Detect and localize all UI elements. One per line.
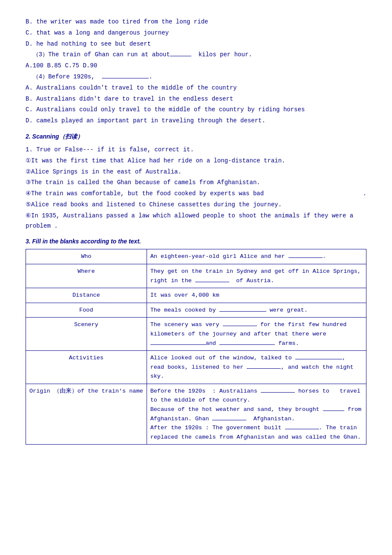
scanning-item-5: ⑤Alice read books and listened to Chines… [26,200,366,210]
label-activities: Activities [26,351,147,384]
q3-options: A.100 B.85 C.75 D.90 [26,61,366,71]
scanning-item-6: ⑥In 1935, Australians passed a law which… [26,211,366,231]
label-food: Food [26,303,147,318]
table-row-activities: Activities Alice looked out of the windo… [26,351,366,384]
scanning-title: 2. Scanning（扫读） [26,133,366,141]
content-who: An eighteen-year-old girl Alice and her … [147,249,366,264]
q4-option-a: A. Australians couldn't travel to the mi… [26,83,366,93]
scanning-section: 2. Scanning（扫读） 1. True or False--- if i… [26,133,366,231]
q3-stem: （3）The train of Ghan can run at about ki… [26,50,366,60]
content-origin: Before the 1920s : Australians horses to… [147,384,366,445]
scanning-item-3: ③The train is called the Ghan because of… [26,178,366,188]
content-activities: Alice looked out of the window, talked t… [147,351,366,384]
label-who: Who [26,249,147,264]
table-row-distance: Distance It was over 4,000 km [26,288,366,303]
label-scenery: Scenery [26,318,147,351]
true-false-intro: 1. True or False--- if it is false, corr… [26,145,366,155]
content-distance: It was over 4,000 km [147,288,366,303]
table-row-food: Food The meals cooked by were great. [26,303,366,318]
fill-title: 3. Fill in the blanks according to the t… [26,238,366,245]
table-row-where: Where They get on the train in Sydney an… [26,264,366,288]
option-d: D. he had nothing to see but desert [26,39,366,49]
q4-option-c: C. Australians could only travel to the … [26,105,366,115]
label-origin: Origin （由来）of the train's name [26,384,147,445]
content-where: They get on the train in Sydney and get … [147,264,366,288]
label-distance: Distance [26,288,147,303]
table-row-origin: Origin （由来）of the train's name Before th… [26,384,366,445]
fill-table: Who An eighteen-year-old girl Alice and … [26,249,366,445]
label-where: Where [26,264,147,288]
q4-stem: （4）Before 1920s, . [26,72,366,82]
option-b: B. the writer was made too tired from th… [26,17,366,27]
q4-option-b: B. Australians didn't dare to travel in … [26,94,366,104]
fill-section: 3. Fill in the blanks according to the t… [26,238,366,445]
content-food: The meals cooked by were great. [147,303,366,318]
options-section: B. the writer was made too tired from th… [26,17,366,126]
scanning-item-1: ①It was the first time that Alice had he… [26,156,366,166]
q4-option-d: D. camels played an important part in tr… [26,116,366,126]
table-row-scenery: Scenery The scenery was very for the fir… [26,318,366,351]
scanning-item-4: ④The train was comfortable, but the food… [26,189,366,199]
option-c: C. that was a long and dangerous journey [26,28,366,38]
table-row-who: Who An eighteen-year-old girl Alice and … [26,249,366,264]
content-scenery: The scenery was very for the first few h… [147,318,366,351]
main-content: B. the writer was made too tired from th… [26,17,366,445]
scanning-item-2: ②Alice Springs is in the east of Austral… [26,167,366,177]
